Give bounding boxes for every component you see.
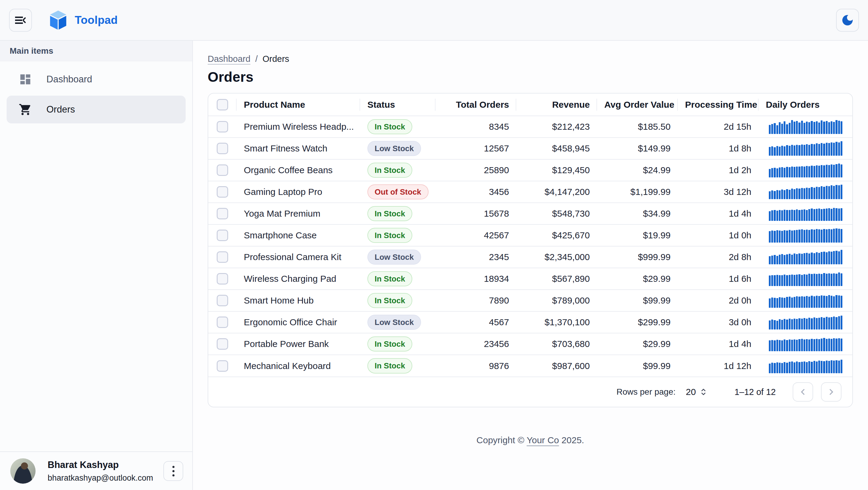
product-name-cell: Wireless Charging Pad — [237, 268, 360, 290]
sidebar-item-orders[interactable]: Orders — [7, 96, 186, 123]
row-checkbox[interactable] — [217, 338, 228, 350]
row-checkbox-cell — [208, 181, 237, 203]
revenue-cell: $2,345,000 — [516, 246, 597, 268]
sidebar-section-label: Main items — [10, 46, 53, 56]
row-checkbox[interactable] — [217, 143, 228, 154]
rows-per-page-label: Rows per page: — [616, 387, 675, 397]
kebab-dot — [173, 474, 175, 477]
row-checkbox[interactable] — [217, 295, 228, 306]
avg-order-value-cell: $24.99 — [597, 159, 678, 181]
row-checkbox-cell — [208, 203, 237, 225]
daily-orders-sparkline — [769, 271, 842, 286]
status-badge: Low Stock — [367, 315, 421, 330]
sidebar-nav: Dashboard Orders — [0, 61, 192, 127]
status-cell: In Stock — [360, 159, 435, 181]
row-checkbox[interactable] — [217, 317, 228, 328]
product-name-cell: Premium Wireless Headp... — [237, 116, 360, 138]
column-header-status[interactable]: Status — [360, 93, 435, 116]
product-name-cell: Smartphone Case — [237, 225, 360, 246]
user-name: Bharat Kashyap — [48, 460, 163, 470]
total-orders-cell: 8345 — [435, 116, 516, 138]
row-checkbox[interactable] — [217, 360, 228, 372]
kebab-dot — [173, 466, 175, 468]
sidebar: Main items Dashboard Orders Bharat Kashy… — [0, 41, 193, 490]
avg-order-value-cell: $299.99 — [597, 311, 678, 333]
row-checkbox-cell — [208, 138, 237, 159]
status-cell: In Stock — [360, 203, 435, 225]
table-row: Smartphone Case In Stock 42567 $425,670 … — [208, 225, 853, 246]
processing-time-cell: 1d 4h — [678, 203, 758, 225]
collapse-menu-button[interactable] — [9, 9, 32, 32]
daily-orders-cell — [758, 290, 853, 311]
daily-orders-sparkline — [769, 119, 842, 134]
footer-copyright-prefix: Copyright © — [476, 435, 527, 445]
row-checkbox[interactable] — [217, 230, 228, 241]
total-orders-cell: 9876 — [435, 355, 516, 377]
next-page-button[interactable] — [821, 382, 841, 402]
status-cell: Out of Stock — [360, 181, 435, 203]
theme-toggle-button[interactable] — [836, 9, 859, 32]
rows-per-page-select[interactable]: 20 — [686, 387, 707, 397]
avg-order-value-cell: $19.99 — [597, 225, 678, 246]
row-checkbox[interactable] — [217, 186, 228, 198]
page-title: Orders — [208, 69, 868, 85]
row-checkbox-cell — [208, 355, 237, 377]
column-header-processing-time[interactable]: Processing Time — [678, 93, 758, 116]
daily-orders-cell — [758, 333, 853, 355]
column-header-avg-order-value[interactable]: Avg Order Value — [597, 93, 678, 116]
status-cell: Low Stock — [360, 246, 435, 268]
daily-orders-cell — [758, 116, 853, 138]
daily-orders-cell — [758, 138, 853, 159]
brand[interactable]: Toolpad — [50, 10, 118, 30]
daily-orders-sparkline — [769, 228, 842, 242]
row-checkbox[interactable] — [217, 165, 228, 176]
daily-orders-cell — [758, 225, 853, 246]
row-checkbox-cell — [208, 225, 237, 246]
row-checkbox[interactable] — [217, 273, 228, 285]
user-menu-button[interactable] — [163, 461, 183, 481]
total-orders-cell: 12567 — [435, 138, 516, 159]
status-badge: In Stock — [367, 206, 412, 222]
sidebar-item-label: Orders — [46, 104, 75, 115]
avg-order-value-cell: $149.99 — [597, 138, 678, 159]
rows-per-page-value: 20 — [686, 387, 696, 397]
chevron-right-icon — [825, 386, 837, 398]
column-header-product-name[interactable]: Product Name — [237, 93, 360, 116]
table-row: Wireless Charging Pad In Stock 18934 $56… — [208, 268, 853, 290]
daily-orders-sparkline — [769, 163, 842, 177]
sidebar-item-label: Dashboard — [46, 74, 92, 85]
avg-order-value-cell: $99.99 — [597, 355, 678, 377]
breadcrumb-link-dashboard[interactable]: Dashboard — [208, 54, 250, 64]
column-header-daily-orders[interactable]: Daily Orders — [758, 93, 853, 116]
processing-time-cell: 2d 8h — [678, 246, 758, 268]
table-row: Mechanical Keyboard In Stock 9876 $987,6… — [208, 355, 853, 377]
status-cell: In Stock — [360, 290, 435, 311]
row-checkbox[interactable] — [217, 121, 228, 133]
product-name-cell: Mechanical Keyboard — [237, 355, 360, 377]
breadcrumb-current: Orders — [262, 54, 289, 64]
pagination-bar: Rows per page: 20 1–12 of 12 — [208, 377, 852, 407]
table-row: Ergonomic Office Chair Low Stock 4567 $1… — [208, 311, 853, 333]
select-all-checkbox[interactable] — [217, 99, 228, 110]
row-checkbox-cell — [208, 333, 237, 355]
chevron-left-icon — [797, 386, 809, 398]
breadcrumb: Dashboard / Orders — [208, 54, 868, 64]
revenue-cell: $789,000 — [516, 290, 597, 311]
sidebar-item-dashboard[interactable]: Dashboard — [7, 65, 186, 93]
toolpad-logo-icon — [50, 10, 67, 30]
row-checkbox[interactable] — [217, 251, 228, 263]
product-name-cell: Professional Camera Kit — [237, 246, 360, 268]
total-orders-cell: 18934 — [435, 268, 516, 290]
previous-page-button[interactable] — [793, 382, 813, 402]
row-checkbox[interactable] — [217, 208, 228, 219]
table-row: Premium Wireless Headp... In Stock 8345 … — [208, 116, 853, 138]
status-badge: Out of Stock — [367, 184, 429, 200]
daily-orders-cell — [758, 203, 853, 225]
column-header-revenue[interactable]: Revenue — [516, 93, 597, 116]
revenue-cell: $4,147,200 — [516, 181, 597, 203]
column-header-total-orders[interactable]: Total Orders — [435, 93, 516, 116]
footer-company-link[interactable]: Your Co — [527, 435, 559, 445]
daily-orders-sparkline — [769, 337, 842, 351]
orders-table-card: Product Name Status Total Orders Revenue… — [208, 93, 853, 407]
revenue-cell: $212,423 — [516, 116, 597, 138]
